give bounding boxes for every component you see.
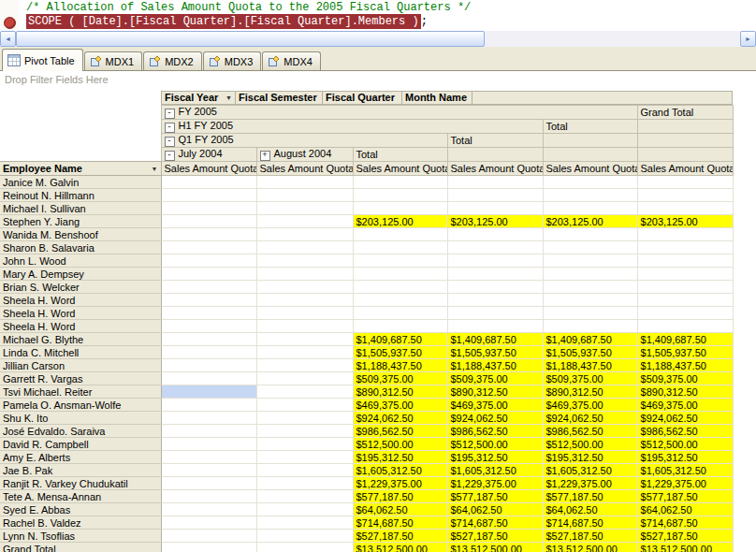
data-cell[interactable]: $1,229,375.00 xyxy=(637,477,733,490)
row-label[interactable]: José Edvaldo. Saraiva xyxy=(0,425,161,438)
data-cell[interactable]: $986,562.50 xyxy=(637,425,733,438)
data-cell[interactable] xyxy=(353,320,447,333)
row-label[interactable]: Janice M. Galvin xyxy=(0,176,161,189)
data-cell[interactable] xyxy=(543,294,637,307)
row-label[interactable]: Grand Total xyxy=(0,543,161,552)
data-cell[interactable] xyxy=(447,254,543,268)
data-cell[interactable] xyxy=(161,202,256,215)
data-cell[interactable]: $714,687.50 xyxy=(447,516,543,530)
data-cell[interactable]: $203,125.00 xyxy=(447,215,543,228)
data-cell[interactable] xyxy=(447,176,543,189)
data-cell[interactable]: $1,505,937.50 xyxy=(543,346,637,359)
data-cell[interactable]: $714,687.50 xyxy=(637,516,733,530)
data-cell[interactable]: $512,500.00 xyxy=(637,438,733,451)
data-cell[interactable] xyxy=(256,215,353,228)
row-label[interactable]: Sharon B. Salavaria xyxy=(0,241,161,254)
editor-horizontal-scrollbar[interactable]: ◄ ► xyxy=(0,31,756,47)
data-cell[interactable] xyxy=(637,189,733,202)
data-cell[interactable] xyxy=(637,307,733,320)
collapse-icon[interactable]: - xyxy=(165,109,175,119)
data-cell[interactable] xyxy=(353,228,447,241)
data-cell[interactable] xyxy=(256,438,353,451)
row-label[interactable]: Amy E. Alberts xyxy=(0,451,161,464)
header-total-q1[interactable]: Total xyxy=(447,134,543,148)
data-cell[interactable] xyxy=(161,346,256,359)
data-cell[interactable]: $13,512,500.00 xyxy=(637,543,733,552)
data-cell[interactable]: $1,188,437.50 xyxy=(543,359,637,372)
data-cell[interactable] xyxy=(256,268,353,281)
field-employee-name[interactable]: ▼ Employee Name xyxy=(0,162,161,176)
data-cell[interactable]: $1,409,687.50 xyxy=(637,333,733,346)
data-cell[interactable] xyxy=(447,241,543,254)
tab-mdx3[interactable]: MDX3 xyxy=(203,51,262,70)
tab-mdx4[interactable]: MDX4 xyxy=(262,51,321,70)
row-label[interactable]: Tsvi Michael. Reiter xyxy=(0,385,161,399)
data-cell[interactable]: $1,605,312.50 xyxy=(353,464,447,477)
data-cell[interactable] xyxy=(353,202,447,215)
data-cell[interactable]: $924,062.50 xyxy=(353,412,447,425)
data-cell[interactable]: $512,500.00 xyxy=(447,438,543,451)
tab-pivot-table[interactable]: Pivot Table xyxy=(2,49,83,71)
data-cell[interactable] xyxy=(256,412,353,425)
data-cell[interactable]: $509,375.00 xyxy=(543,372,637,385)
data-cell[interactable]: $64,062.50 xyxy=(543,503,637,516)
data-cell[interactable] xyxy=(161,516,256,530)
data-cell[interactable] xyxy=(161,359,256,372)
data-cell[interactable] xyxy=(161,228,256,241)
tab-mdx1[interactable]: MDX1 xyxy=(84,51,143,70)
data-cell[interactable] xyxy=(161,477,256,490)
data-cell[interactable] xyxy=(256,372,353,385)
data-cell[interactable]: $203,125.00 xyxy=(637,215,733,228)
data-cell[interactable] xyxy=(637,202,733,215)
tab-mdx2[interactable]: MDX2 xyxy=(143,51,202,70)
data-cell[interactable] xyxy=(256,281,353,294)
data-cell[interactable] xyxy=(447,228,543,241)
data-cell[interactable]: $890,312.50 xyxy=(353,385,447,399)
header-q1fy2005[interactable]: -Q1 FY 2005 xyxy=(161,134,447,148)
row-label[interactable]: Jillian Carson xyxy=(0,359,161,372)
row-label[interactable]: Wanida M. Benshoof xyxy=(0,228,161,241)
measure-header[interactable]: Sales Amount Quota xyxy=(353,162,447,176)
data-cell[interactable]: $13,512,500.00 xyxy=(447,543,543,552)
data-cell[interactable] xyxy=(161,543,256,552)
data-cell[interactable] xyxy=(161,425,256,438)
data-cell[interactable]: $1,605,312.50 xyxy=(447,464,543,477)
data-cell[interactable] xyxy=(256,307,353,320)
data-cell[interactable]: $577,187.50 xyxy=(353,490,447,503)
data-cell[interactable] xyxy=(543,268,637,281)
row-label[interactable]: Pamela O. Ansman-Wolfe xyxy=(0,399,161,412)
data-cell[interactable]: $714,687.50 xyxy=(543,516,637,530)
employee-name-dropdown-icon[interactable]: ▼ xyxy=(152,163,158,175)
row-label[interactable]: David R. Campbell xyxy=(0,438,161,451)
data-cell[interactable] xyxy=(637,228,733,241)
row-label[interactable]: Stephen Y. Jiang xyxy=(0,215,161,228)
data-cell[interactable]: $64,062.50 xyxy=(447,503,543,516)
data-cell[interactable]: $64,062.50 xyxy=(637,503,733,516)
measure-header[interactable]: Sales Amount Quota xyxy=(543,162,637,176)
data-cell[interactable]: $195,312.50 xyxy=(637,451,733,464)
data-cell[interactable] xyxy=(161,189,256,202)
data-cell[interactable] xyxy=(256,346,353,359)
data-cell[interactable]: $1,505,937.50 xyxy=(637,346,733,359)
scroll-left-button[interactable]: ◄ xyxy=(0,31,16,47)
data-cell[interactable]: $1,409,687.50 xyxy=(543,333,637,346)
mdx-comment-line[interactable]: /* Allocation of Sales Amount Quota to t… xyxy=(26,1,471,15)
data-cell[interactable] xyxy=(256,516,353,530)
editor-breakpoint-gutter[interactable] xyxy=(0,0,19,31)
row-label[interactable]: Garrett R. Vargas xyxy=(0,372,161,385)
data-cell[interactable]: $577,187.50 xyxy=(543,490,637,503)
data-cell[interactable]: $714,687.50 xyxy=(353,516,447,530)
row-label[interactable]: Sheela H. Word xyxy=(0,320,161,333)
data-cell[interactable] xyxy=(353,268,447,281)
field-month-name[interactable]: Month Name xyxy=(402,91,472,105)
data-cell[interactable]: $1,409,687.50 xyxy=(353,333,447,346)
data-cell[interactable]: $13,512,500.00 xyxy=(353,543,447,552)
data-cell[interactable]: $1,188,437.50 xyxy=(637,359,733,372)
data-cell[interactable]: $469,375.00 xyxy=(543,399,637,412)
data-cell[interactable] xyxy=(161,530,256,543)
data-cell[interactable]: $1,505,937.50 xyxy=(447,346,543,359)
row-label[interactable]: Syed E. Abbas xyxy=(0,503,161,516)
data-cell[interactable] xyxy=(447,202,543,215)
field-fiscal-year[interactable]: ▼ Fiscal Year xyxy=(161,91,236,105)
data-cell[interactable] xyxy=(256,530,353,543)
